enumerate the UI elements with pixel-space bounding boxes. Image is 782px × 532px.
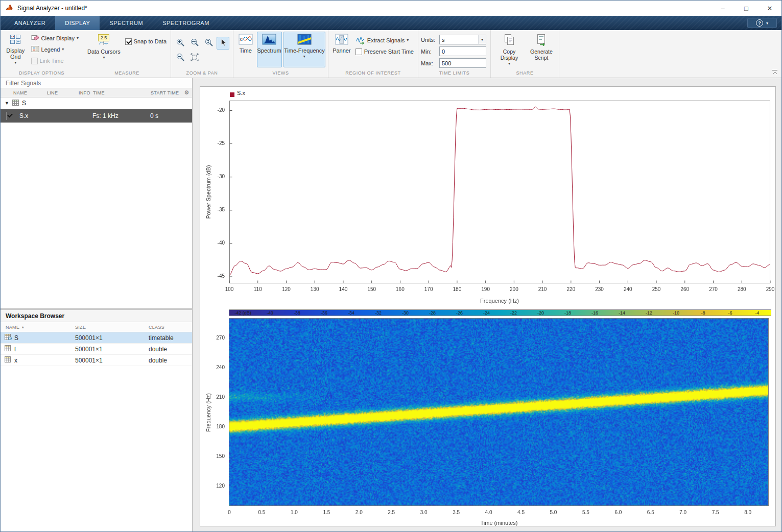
workspace-browser: Workspace Browser NAME▲ SIZE CLASS S 500… — [1, 310, 192, 531]
colorbar-tick-label: -36 — [321, 310, 327, 316]
pointer-icon — [219, 38, 228, 49]
display-card[interactable]: S.x -42 (dB)-40-38-36-34-32-30-28-26-24-… — [200, 86, 776, 526]
time-frequency-view-button[interactable]: Time-Frequency ▾ — [283, 32, 325, 67]
signal-name: S.x — [13, 112, 46, 119]
signal-panel: NAME LINE INFO TIME START TIME ⚙ ▼ S S.x — [1, 78, 193, 531]
tick-label: 6.0 — [614, 510, 622, 515]
tick-label: 3.0 — [420, 510, 428, 515]
column-name[interactable]: NAME — [13, 90, 46, 95]
column-line[interactable]: LINE — [46, 90, 78, 95]
spectrogram-plot[interactable] — [229, 318, 769, 506]
workspace-row[interactable]: x 500001×1 double — [1, 355, 192, 366]
expander-icon[interactable]: ▼ — [5, 101, 9, 106]
colorbar-tick-label: -30 — [402, 310, 409, 316]
max-input[interactable] — [439, 58, 486, 68]
workspace-row[interactable]: t 500001×1 double — [1, 344, 192, 355]
filter-signals-input[interactable] — [1, 80, 192, 87]
column-size[interactable]: SIZE — [70, 325, 144, 330]
pointer-button[interactable] — [217, 37, 229, 50]
workspace-browser-title: Workspace Browser — [1, 310, 192, 322]
column-info[interactable]: INFO — [78, 90, 92, 95]
gear-icon[interactable]: ⚙ — [181, 89, 192, 96]
colorbar-tick-label: -40 — [267, 310, 273, 316]
tab-display[interactable]: DISPLAY — [55, 16, 100, 30]
tick-label: 120 — [282, 286, 291, 292]
spectrum-view-label: Spectrum — [257, 47, 281, 54]
checkbox-icon — [125, 38, 132, 45]
signal-time: Fs: 1 kHz — [92, 112, 150, 119]
help-button[interactable]: ? ▾ — [747, 18, 777, 28]
colorbar-tick-label: -18 — [564, 310, 571, 316]
signal-table: NAME LINE INFO TIME START TIME ⚙ ▼ S S.x — [1, 78, 192, 308]
preserve-start-time-checkbox[interactable]: Preserve Start Time — [354, 46, 415, 57]
tab-spectrogram[interactable]: SPECTROGRAM — [153, 16, 219, 30]
help-icon: ? — [756, 19, 763, 27]
snap-to-data-checkbox[interactable]: Snap to Data — [124, 36, 168, 47]
tick-label: -20 — [218, 107, 225, 113]
data-cursors-button[interactable]: 2.5 Data Cursors ▾ — [86, 32, 122, 67]
tick-label: 250 — [652, 286, 661, 292]
tick-label: 230 — [595, 286, 604, 292]
panner-button[interactable]: Panner — [331, 32, 352, 67]
section-label: DISPLAY OPTIONS — [1, 69, 83, 78]
zoom-x-button[interactable] — [188, 37, 201, 50]
display-grid-icon — [10, 34, 21, 46]
spectrum-view-button[interactable]: Spectrum — [257, 32, 282, 67]
column-class[interactable]: CLASS — [144, 325, 192, 330]
copy-display-icon — [504, 34, 515, 47]
colorbar-tick-label: -20 — [537, 310, 544, 316]
min-input[interactable] — [439, 46, 486, 56]
tick-label: 130 — [311, 286, 319, 292]
legend-label: Legend — [41, 46, 60, 53]
section-label: TIME LIMITS — [418, 69, 490, 78]
copy-display-button[interactable]: Copy Display ▾ — [493, 32, 525, 67]
colorbar: -42 (dB)-40-38-36-34-32-30-28-26-24-22-2… — [229, 309, 771, 316]
signal-checkbox[interactable] — [6, 112, 7, 120]
workspace-row[interactable]: S 500001×1 timetable — [1, 332, 192, 344]
extract-signals-button[interactable]: Extract Signals ▾ — [354, 35, 415, 46]
variable-class: double — [144, 357, 192, 364]
tab-analyzer[interactable]: ANALYZER — [5, 16, 55, 30]
checkbox-icon — [31, 58, 38, 64]
display-grid-button[interactable]: Display Grid ▾ — [3, 32, 28, 67]
column-start-time[interactable]: START TIME — [150, 90, 181, 95]
tick-label: 0 — [228, 510, 231, 515]
tick-label: 4.0 — [485, 510, 492, 515]
section-label: VIEWS — [233, 69, 328, 78]
tick-label: 160 — [396, 286, 405, 292]
snap-to-data-label: Snap to Data — [134, 38, 167, 44]
collapse-ribbon-button[interactable] — [772, 69, 778, 77]
signal-row[interactable]: S.x Fs: 1 kHz 0 s — [1, 109, 192, 123]
generate-script-label: Generate Script — [527, 49, 556, 61]
clear-display-button[interactable]: Clear Display ▾ — [30, 33, 80, 44]
tab-spectrum[interactable]: SPECTRUM — [100, 16, 153, 30]
tick-label: 180 — [453, 286, 462, 292]
maximize-button[interactable]: □ — [734, 1, 758, 16]
sort-ascending-icon: ▲ — [21, 325, 25, 329]
tick-label: 120 — [216, 483, 225, 489]
column-name[interactable]: NAME▲ — [1, 325, 70, 330]
time-view-button[interactable]: Time — [236, 32, 255, 67]
tick-label: 1.0 — [291, 510, 298, 515]
colorbar-tick-label: -26 — [456, 310, 463, 316]
zoom-y-button[interactable] — [202, 37, 215, 50]
generate-script-button[interactable]: Generate Script — [527, 32, 556, 67]
signal-group-row[interactable]: ▼ S — [1, 98, 192, 109]
tick-label: 270 — [709, 286, 718, 292]
tick-label: 3.5 — [453, 510, 460, 515]
close-button[interactable]: ✕ — [758, 1, 781, 16]
colorbar-tick-label: -10 — [673, 310, 679, 316]
fit-to-view-icon — [190, 53, 199, 63]
column-time[interactable]: TIME — [92, 90, 150, 95]
minimize-button[interactable]: – — [711, 1, 734, 16]
zoom-in-button[interactable] — [174, 37, 186, 50]
tick-label: 5.0 — [550, 510, 557, 515]
time-view-icon — [239, 34, 253, 46]
zoom-out-button[interactable] — [174, 52, 186, 64]
fit-to-view-button[interactable] — [188, 52, 201, 64]
matrix-icon — [5, 356, 12, 364]
units-select[interactable]: s ▾ — [439, 35, 486, 44]
legend-button[interactable]: Legend ▾ — [30, 44, 80, 55]
tab-label: SPECTRUM — [109, 20, 143, 26]
ribbon: Display Grid ▾ Clear Display ▾ Legend ▾ — [1, 30, 781, 78]
